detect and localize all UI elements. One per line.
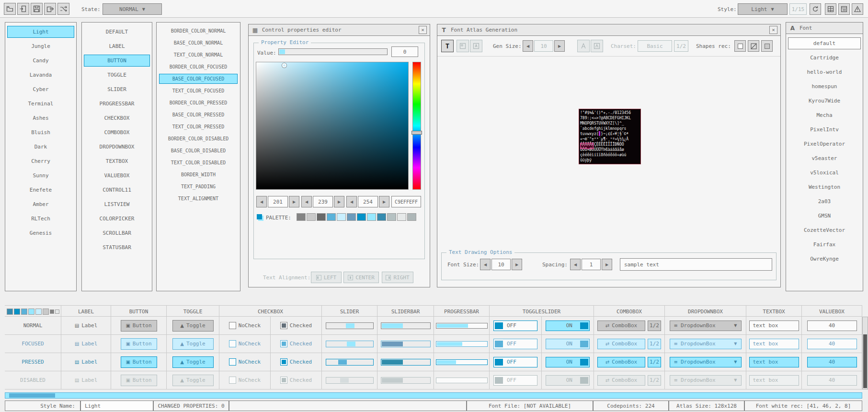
property-list-item[interactable]: BASE_COLOR_FOCUSED (159, 74, 238, 84)
font-list-item[interactable]: v5loxical (788, 167, 861, 179)
controls-panel-button[interactable] (838, 3, 850, 15)
about-button[interactable] (852, 3, 863, 15)
blue-value-box[interactable]: 254 (358, 196, 378, 207)
preview-textbox[interactable]: text box (749, 339, 799, 349)
property-list-item[interactable]: BASE_COLOR_NORMAL (159, 38, 238, 48)
green-increase-button[interactable]: ▶ (334, 196, 344, 207)
font-list-item[interactable]: Kyrou7Wide (788, 95, 861, 107)
palette-swatch[interactable] (377, 213, 386, 221)
control-list-item[interactable]: VALUEBOX (84, 170, 150, 182)
preview-toggleslider-on[interactable]: ON (546, 339, 590, 349)
preview-toggle[interactable]: ▲Toggle (172, 375, 214, 386)
gen-size-value-box[interactable]: 10 (534, 40, 553, 52)
style-list-item[interactable]: Genesis (7, 227, 74, 239)
align-left-button[interactable]: LEFT (311, 272, 342, 283)
font-list-item[interactable]: Cartridge (788, 52, 861, 64)
preview-checkbox-checked[interactable] (280, 322, 287, 329)
font-panel-titlebar[interactable]: A Font (786, 23, 863, 34)
horizontal-scrollbar-thumb[interactable] (9, 393, 55, 398)
state-dropdown[interactable]: NORMAL ▼ (103, 3, 162, 15)
preview-checkbox-checked[interactable] (280, 340, 287, 347)
property-list-item[interactable]: TEXT_COLOR_FOCUSED (159, 86, 238, 96)
preview-toggle[interactable]: ▲Toggle (172, 356, 214, 368)
control-list-item[interactable]: STATUSBAR (84, 241, 150, 253)
control-list-item[interactable]: SLIDER (84, 83, 150, 95)
property-list-item[interactable]: TEXT_COLOR_DISABLED (159, 158, 238, 168)
reload-style-button[interactable] (810, 3, 821, 15)
preview-textbox[interactable]: text box (749, 375, 799, 386)
align-center-button[interactable]: CENTER (343, 272, 379, 283)
property-list-item[interactable]: BORDER_COLOR_NORMAL (159, 26, 238, 36)
spacing-value-box[interactable]: 1 (582, 259, 601, 270)
style-list-item[interactable]: Sunny (7, 170, 74, 182)
control-list-item[interactable]: LABEL (84, 40, 150, 52)
value-slider-handle[interactable] (279, 49, 285, 54)
close-icon[interactable]: × (419, 26, 427, 34)
font-list-item[interactable]: PixelOperator (788, 138, 861, 150)
preview-valuebox[interactable]: 40 (807, 339, 857, 349)
control-list-item[interactable]: COMBOBOX (84, 126, 150, 138)
charset-page-button[interactable]: 1/2 (674, 40, 688, 52)
control-list-item[interactable]: BUTTON (84, 55, 150, 67)
property-list-item[interactable]: TEXT_ALIGNMENT (159, 194, 238, 204)
property-list-item[interactable]: BASE_COLOR_DISABLED (159, 146, 238, 156)
palette-swatch[interactable] (347, 213, 356, 221)
style-list-item[interactable]: RLTech (7, 213, 74, 225)
save-style-button[interactable] (31, 3, 43, 15)
property-list-item[interactable]: BORDER_COLOR_PRESSED (159, 98, 238, 108)
palette-swatch[interactable] (327, 213, 336, 221)
preview-dropdownbox[interactable]: ≡DropdownBox▼ (670, 357, 742, 367)
preview-slider[interactable] (326, 322, 374, 329)
control-list-item[interactable]: CHECKBOX (84, 112, 150, 124)
control-list-item[interactable]: LISTVIEW (84, 198, 150, 210)
font-list-item[interactable]: hello-world (788, 66, 861, 78)
vertical-scrollbar-thumb[interactable] (863, 334, 867, 388)
preview-toggle[interactable]: ▲Toggle (172, 320, 214, 332)
palette-swatch[interactable] (307, 213, 316, 221)
preview-checkbox-unchecked[interactable] (229, 340, 236, 347)
align-right-button[interactable]: RIGHT (382, 272, 413, 283)
sample-text-input[interactable]: sample text (620, 258, 772, 271)
style-list-item[interactable]: Dark (7, 141, 74, 153)
style-list-item[interactable]: Amber (7, 198, 74, 210)
palette-swatch[interactable] (317, 213, 326, 221)
slider-handle[interactable] (346, 323, 354, 328)
font-case-button[interactable] (577, 40, 590, 52)
preview-sliderbar[interactable] (381, 359, 431, 366)
shapes-rec-empty-button[interactable] (761, 40, 773, 52)
style-list-item[interactable]: Cyber (7, 83, 74, 95)
property-list-item[interactable]: BASE_COLOR_PRESSED (159, 110, 238, 120)
preview-button[interactable]: ▣Button (121, 320, 157, 332)
green-value-box[interactable]: 239 (313, 196, 333, 207)
preview-slider[interactable] (326, 377, 374, 384)
preview-textbox[interactable]: text box (749, 320, 799, 331)
preview-combobox[interactable]: ⇄ComboBox (597, 357, 645, 367)
hex-color-box[interactable]: C9EFFEFF (391, 196, 421, 207)
font-list-item[interactable]: PixelIntv (788, 124, 861, 136)
hue-bar-handle[interactable] (411, 131, 422, 135)
style-list-item[interactable]: Bluish (7, 126, 74, 138)
palette-swatch[interactable] (297, 213, 306, 221)
preview-toggleslider-on[interactable]: ON (546, 375, 590, 386)
font-size-increase-button[interactable]: ▶ (512, 259, 522, 270)
palette-swatch[interactable] (357, 213, 366, 221)
preview-combobox-page-button[interactable]: 1/2 (648, 339, 661, 349)
preview-toggleslider-off[interactable]: OFF (493, 357, 537, 367)
style-list-item[interactable]: Candy (7, 55, 74, 67)
table-horizontal-scrollbar[interactable] (5, 392, 862, 399)
font-text-mode-button[interactable]: T (441, 40, 454, 52)
font-list-item[interactable]: homespun (788, 80, 861, 92)
random-style-button[interactable] (57, 3, 69, 15)
glyph-edit-button[interactable] (470, 40, 482, 52)
preview-combobox-page-button[interactable]: 1/2 (648, 320, 661, 331)
import-style-button[interactable] (17, 3, 29, 15)
preview-slider[interactable] (326, 359, 374, 366)
preview-checkbox-unchecked[interactable] (229, 322, 236, 329)
font-list-item[interactable]: Fairfax (788, 239, 861, 251)
spacing-decrease-button[interactable]: ◀ (570, 259, 581, 270)
preview-button[interactable]: ▣Button (121, 356, 157, 368)
preview-combobox[interactable]: ⇄ComboBox (597, 339, 645, 349)
preview-valuebox[interactable]: 40 (807, 357, 857, 367)
spacing-increase-button[interactable]: ▶ (602, 259, 612, 270)
font-atlas-titlebar[interactable]: T Font Atlas Generation × (437, 24, 780, 36)
